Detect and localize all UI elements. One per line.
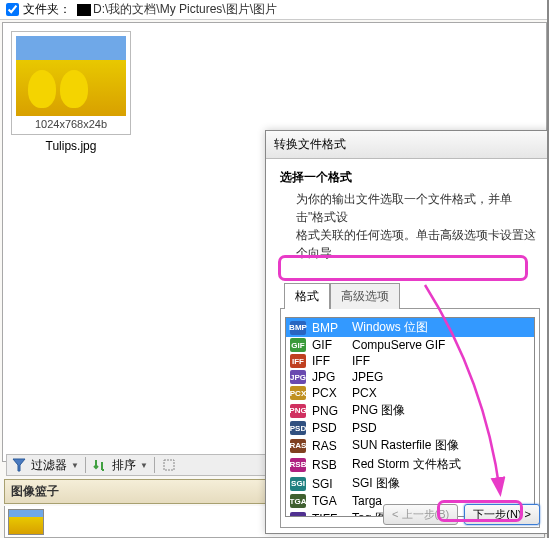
format-desc: PCX	[352, 386, 530, 400]
format-row-pcx[interactable]: PCXPCXPCX	[286, 385, 534, 401]
format-row-rsb[interactable]: RSBRSBRed Storm 文件格式	[286, 455, 534, 474]
toolbar-separator	[85, 457, 86, 473]
sort-icon[interactable]	[92, 457, 108, 473]
thumbnail-filename: Tulips.jpg	[11, 139, 131, 153]
format-ext: TIFF	[312, 512, 346, 518]
format-row-png[interactable]: PNGPNGPNG 图像	[286, 401, 534, 420]
format-row-bmp[interactable]: BMPBMPWindows 位图	[286, 318, 534, 337]
thumbnail-dimensions: 1024x768x24b	[16, 118, 126, 130]
dialog-heading: 选择一个格式	[280, 169, 540, 186]
format-icon: BMP	[290, 321, 306, 335]
format-list[interactable]: BMPBMPWindows 位图GIFGIFCompuServe GIFIFFI…	[285, 317, 535, 517]
select-icon[interactable]	[161, 457, 177, 473]
format-ext: JPG	[312, 370, 346, 384]
tab-format[interactable]: 格式	[284, 283, 330, 309]
format-desc: CompuServe GIF	[352, 338, 530, 352]
filter-icon[interactable]	[11, 457, 27, 473]
drive-icon	[77, 4, 91, 16]
format-desc: Red Storm 文件格式	[352, 456, 530, 473]
back-button[interactable]: < 上一步(B)	[383, 504, 458, 525]
thumbnail-image	[16, 36, 126, 116]
format-row-sgi[interactable]: SGISGISGI 图像	[286, 474, 534, 493]
format-row-psd[interactable]: PSDPSDPSD	[286, 420, 534, 436]
tab-advanced[interactable]: 高级选项	[330, 283, 400, 309]
format-icon: IFF	[290, 354, 306, 368]
folder-path: D:\我的文档\My Pictures\图片\图片	[93, 1, 277, 18]
dialog-tabs: 格式 高级选项	[284, 282, 540, 308]
format-ext: BMP	[312, 321, 346, 335]
format-icon: TIF	[290, 512, 306, 518]
format-desc: JPEG	[352, 370, 530, 384]
thumbnail-item[interactable]: 1024x768x24b Tulips.jpg	[11, 31, 131, 153]
filter-label[interactable]: 过滤器	[31, 457, 67, 474]
format-ext: TGA	[312, 494, 346, 508]
dialog-description: 为你的输出文件选取一个文件格式，并单击"格式设 格式关联的任何选项。单击高级选项…	[280, 190, 540, 262]
next-button[interactable]: 下一步(N) >	[464, 504, 540, 525]
format-desc: Windows 位图	[352, 319, 530, 336]
format-icon: JPG	[290, 370, 306, 384]
svg-rect-1	[164, 460, 174, 470]
format-ext: GIF	[312, 338, 346, 352]
dialog-title: 转换文件格式	[266, 131, 548, 159]
format-icon: RSB	[290, 458, 306, 472]
format-icon: TGA	[290, 494, 306, 508]
format-icon: SGI	[290, 477, 306, 491]
format-desc: PSD	[352, 421, 530, 435]
sort-dropdown-icon[interactable]: ▼	[140, 461, 148, 470]
convert-format-dialog: 转换文件格式 选择一个格式 为你的输出文件选取一个文件格式，并单击"格式设 格式…	[265, 130, 549, 534]
basket-thumbnail[interactable]	[8, 509, 44, 535]
format-ext: PCX	[312, 386, 346, 400]
format-desc: SUN Rasterfile 图像	[352, 437, 530, 454]
format-ext: SGI	[312, 477, 346, 491]
format-icon: GIF	[290, 338, 306, 352]
format-row-ras[interactable]: RASRASSUN Rasterfile 图像	[286, 436, 534, 455]
format-row-iff[interactable]: IFFIFFIFF	[286, 353, 534, 369]
folder-bar: 文件夹： D:\我的文档\My Pictures\图片\图片	[0, 0, 549, 20]
format-desc: IFF	[352, 354, 530, 368]
format-ext: RSB	[312, 458, 346, 472]
folder-label: 文件夹：	[23, 1, 71, 18]
format-panel: BMPBMPWindows 位图GIFGIFCompuServe GIFIFFI…	[280, 308, 540, 528]
format-icon: PNG	[290, 404, 306, 418]
format-row-jpg[interactable]: JPGJPGJPEG	[286, 369, 534, 385]
format-desc: PNG 图像	[352, 402, 530, 419]
format-ext: PNG	[312, 404, 346, 418]
toolbar-separator-2	[154, 457, 155, 473]
filter-dropdown-icon[interactable]: ▼	[71, 461, 79, 470]
format-icon: PCX	[290, 386, 306, 400]
format-icon: RAS	[290, 439, 306, 453]
format-ext: PSD	[312, 421, 346, 435]
folder-checkbox[interactable]	[6, 3, 19, 16]
svg-marker-0	[13, 459, 25, 471]
sort-label[interactable]: 排序	[112, 457, 136, 474]
format-icon: PSD	[290, 421, 306, 435]
format-row-gif[interactable]: GIFGIFCompuServe GIF	[286, 337, 534, 353]
format-desc: SGI 图像	[352, 475, 530, 492]
dialog-buttons: < 上一步(B) 下一步(N) >	[383, 504, 540, 525]
format-ext: IFF	[312, 354, 346, 368]
format-ext: RAS	[312, 439, 346, 453]
